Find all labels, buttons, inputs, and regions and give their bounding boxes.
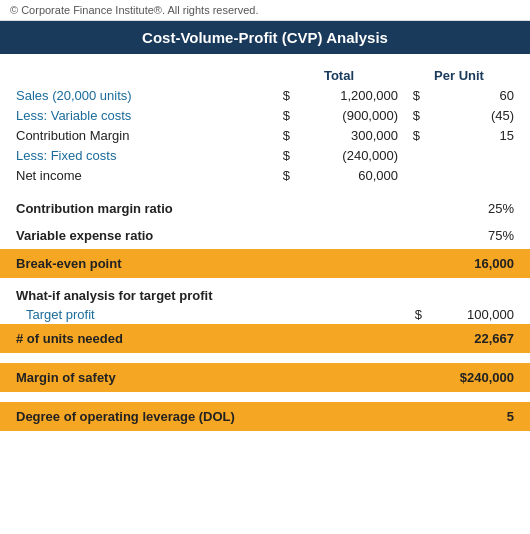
row-dollar2: $: [404, 108, 422, 123]
variable-expense-ratio-row: Variable expense ratio 75%: [16, 222, 514, 249]
row-label: Contribution Margin: [16, 128, 274, 143]
breakeven-row: Break-even point 16,000: [0, 249, 530, 278]
spacer: [16, 185, 514, 195]
row-label: Less: Fixed costs: [16, 148, 274, 163]
row-dollar: $: [274, 128, 292, 143]
main-content: Total Per Unit Sales (20,000 units) $ 1,…: [0, 54, 530, 443]
row-total-val: 60,000: [292, 168, 404, 183]
ratio-label: Contribution margin ratio: [16, 201, 454, 216]
ratio-label: Variable expense ratio: [16, 228, 454, 243]
copyright-text: © Corporate Finance Institute®. All righ…: [10, 4, 259, 16]
row-label: Net income: [16, 168, 274, 183]
target-profit-value: 100,000: [424, 307, 514, 322]
table-row: Net income $ 60,000: [16, 165, 514, 185]
page-header: Cost-Volume-Profit (CVP) Analysis: [0, 21, 530, 54]
income-statement: Sales (20,000 units) $ 1,200,000 $ 60 Le…: [16, 85, 514, 185]
table-row: Contribution Margin $ 300,000 $ 15: [16, 125, 514, 145]
margin-safety-label: Margin of safety: [16, 370, 434, 385]
units-needed-row: # of units needed 22,667: [0, 324, 530, 353]
row-dollar2: $: [404, 128, 422, 143]
page-title: Cost-Volume-Profit (CVP) Analysis: [142, 29, 388, 46]
row-total-val: (240,000): [292, 148, 404, 163]
dol-value: 5: [434, 409, 514, 424]
row-label: Less: Variable costs: [16, 108, 274, 123]
target-profit-label: Target profit: [26, 307, 406, 322]
row-dollar: $: [274, 148, 292, 163]
whatif-section: What-if analysis for target profit Targe…: [16, 278, 514, 353]
whatif-title: What-if analysis for target profit: [16, 284, 514, 305]
row-perunit-val: 15: [422, 128, 514, 143]
breakeven-label: Break-even point: [16, 256, 434, 271]
units-needed-value: 22,667: [434, 331, 514, 346]
row-total-val: 1,200,000: [292, 88, 404, 103]
ratio-value: 25%: [454, 201, 514, 216]
margin-safety-row: Margin of safety $240,000: [0, 363, 530, 392]
margin-safety-value: $240,000: [434, 370, 514, 385]
ratio-value: 75%: [454, 228, 514, 243]
row-dollar2: $: [404, 88, 422, 103]
contribution-margin-ratio-row: Contribution margin ratio 25%: [16, 195, 514, 222]
row-dollar: $: [274, 108, 292, 123]
spacer: [16, 353, 514, 363]
column-headers: Total Per Unit: [16, 62, 514, 85]
spacer: [16, 392, 514, 402]
units-needed-label: # of units needed: [16, 331, 434, 346]
col-perunit-header: Per Unit: [404, 68, 514, 83]
col-total-header: Total: [274, 68, 404, 83]
target-profit-dollar: $: [406, 307, 424, 322]
row-perunit-val: (45): [422, 108, 514, 123]
row-dollar: $: [274, 88, 292, 103]
dol-label: Degree of operating leverage (DOL): [16, 409, 434, 424]
copyright-bar: © Corporate Finance Institute®. All righ…: [0, 0, 530, 21]
row-total-val: (900,000): [292, 108, 404, 123]
table-row: Less: Fixed costs $ (240,000): [16, 145, 514, 165]
row-perunit-val: 60: [422, 88, 514, 103]
breakeven-value: 16,000: [434, 256, 514, 271]
dol-row: Degree of operating leverage (DOL) 5: [0, 402, 530, 431]
table-row: Less: Variable costs $ (900,000) $ (45): [16, 105, 514, 125]
table-row: Sales (20,000 units) $ 1,200,000 $ 60: [16, 85, 514, 105]
row-dollar: $: [274, 168, 292, 183]
row-total-val: 300,000: [292, 128, 404, 143]
row-label: Sales (20,000 units): [16, 88, 274, 103]
target-profit-row: Target profit $ 100,000: [16, 305, 514, 324]
